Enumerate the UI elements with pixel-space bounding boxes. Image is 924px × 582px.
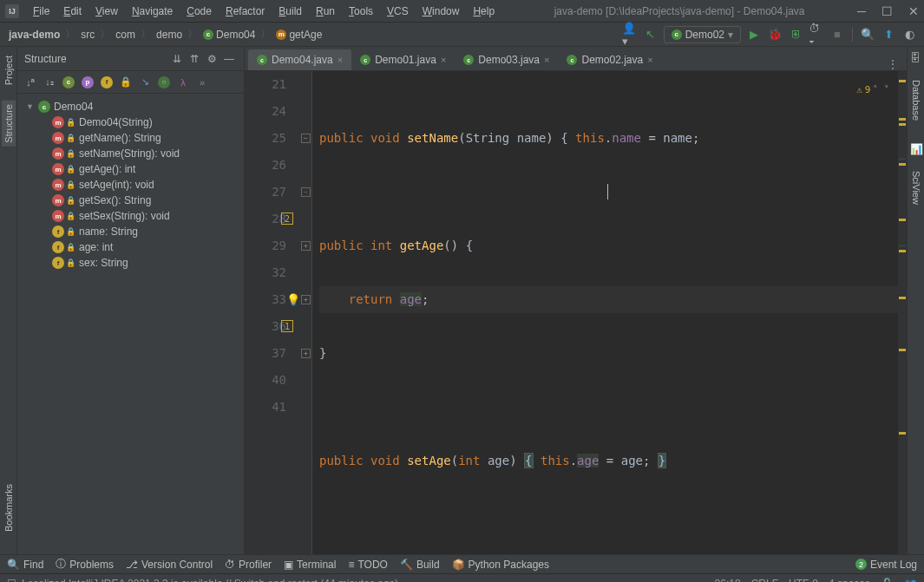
- tree-member[interactable]: m🔒setName(String): void: [21, 146, 240, 161]
- menu-edit[interactable]: Edit: [56, 3, 88, 20]
- close-tab-icon[interactable]: ×: [647, 55, 652, 65]
- tree-member[interactable]: m🔒setSex(String): void: [21, 208, 240, 224]
- sync-icon[interactable]: ⬆: [881, 27, 896, 43]
- stop-icon[interactable]: ■: [829, 27, 845, 43]
- close-icon[interactable]: ✕: [908, 4, 919, 18]
- caret-position[interactable]: 26:18: [715, 578, 741, 583]
- status-icon[interactable]: ☐: [7, 578, 16, 583]
- menu-code[interactable]: Code: [180, 3, 219, 20]
- build-icon[interactable]: ↖: [643, 27, 659, 43]
- readonly-icon[interactable]: 🔓: [881, 578, 894, 583]
- menu-refactor[interactable]: Refactor: [219, 3, 272, 20]
- terminal-tool[interactable]: ▣ Terminal: [284, 559, 336, 571]
- fold-toggle-icon[interactable]: -: [301, 187, 311, 197]
- menu-view[interactable]: View: [88, 3, 125, 20]
- tree-class[interactable]: ▼cDemo04: [21, 99, 240, 114]
- expand-all-icon[interactable]: ⇊: [169, 51, 185, 67]
- crumb-com[interactable]: com: [114, 29, 137, 41]
- tab-project[interactable]: Project: [2, 52, 16, 88]
- hide-icon[interactable]: —: [221, 51, 237, 67]
- menu-navigate[interactable]: Navigate: [125, 3, 180, 20]
- editor-tab[interactable]: cDemo02.java×: [558, 49, 661, 70]
- run-icon[interactable]: ▶: [746, 27, 762, 43]
- event-log[interactable]: 2 Event Log: [855, 559, 917, 571]
- debug-icon[interactable]: 🐞: [767, 27, 783, 43]
- intention-bulb-icon[interactable]: 💡: [286, 286, 300, 313]
- menu-help[interactable]: Help: [466, 3, 501, 20]
- close-tab-icon[interactable]: ×: [441, 55, 446, 65]
- ide-errors-icon[interactable]: ◐: [901, 27, 917, 43]
- line-separator[interactable]: CRLF: [751, 578, 778, 583]
- minimize-icon[interactable]: ─: [857, 4, 866, 18]
- tree-member[interactable]: m🔒getName(): String: [21, 130, 240, 146]
- fold-toggle-icon[interactable]: +: [301, 295, 311, 304]
- tree-member[interactable]: m🔒Demo04(String): [21, 114, 240, 130]
- maximize-icon[interactable]: ☐: [881, 4, 893, 18]
- crumb-src[interactable]: src: [79, 29, 96, 41]
- editor-tab[interactable]: cDemo01.java×: [351, 49, 455, 70]
- vcs-tool[interactable]: ⎇ Version Control: [126, 559, 213, 571]
- todo-tool[interactable]: ≡ TODO: [348, 559, 387, 571]
- tree-member[interactable]: f🔒sex: String: [21, 255, 240, 271]
- filter-field-icon[interactable]: f: [99, 75, 115, 90]
- filter-class-icon[interactable]: c: [61, 75, 76, 90]
- filter-property-icon[interactable]: p: [80, 75, 95, 90]
- find-tool[interactable]: 🔍 Find: [7, 559, 43, 571]
- editor-tab[interactable]: cDemo04.java×: [248, 49, 351, 70]
- tab-database[interactable]: Database: [909, 76, 923, 124]
- run-config-select[interactable]: cDemo02▾: [664, 26, 741, 43]
- sciview-icon[interactable]: 📊: [910, 143, 922, 155]
- close-tab-icon[interactable]: ×: [544, 55, 549, 65]
- sort-visibility-icon[interactable]: ↓₂: [42, 75, 57, 90]
- profile-icon[interactable]: ⏱▾: [809, 27, 824, 43]
- menu-build[interactable]: Build: [272, 3, 309, 20]
- menu-tools[interactable]: Tools: [342, 3, 380, 20]
- usage-annotation[interactable]: 2: [281, 213, 293, 225]
- sort-icon[interactable]: ↓ª: [23, 75, 38, 90]
- crumb-demo[interactable]: demo: [154, 29, 184, 41]
- crumb-project[interactable]: java-demo: [7, 29, 62, 41]
- tree-member[interactable]: f🔒age: int: [21, 239, 240, 255]
- tab-sciview[interactable]: SciView: [909, 167, 923, 208]
- gear-icon[interactable]: ⚙: [204, 51, 220, 67]
- menu-run[interactable]: Run: [309, 3, 342, 20]
- python-packages-tool[interactable]: 📦 Python Packages: [452, 559, 549, 571]
- fold-toggle-icon[interactable]: +: [301, 241, 311, 251]
- tree-member[interactable]: m🔒setAge(int): void: [21, 177, 240, 193]
- filter-interface-icon[interactable]: ↘: [137, 75, 153, 90]
- tree-member[interactable]: m🔒getAge(): int: [21, 161, 240, 177]
- code-content[interactable]: ⚠9 ˄ ˅ public void setName(String name) …: [312, 71, 898, 554]
- fold-toggle-icon[interactable]: −: [301, 134, 311, 143]
- encoding[interactable]: UTF-8: [789, 578, 818, 583]
- error-stripe[interactable]: [898, 71, 907, 554]
- menu-vcs[interactable]: VCS: [380, 3, 416, 20]
- tree-member[interactable]: m🔒getSex(): String: [21, 193, 240, 208]
- search-icon[interactable]: 🔍: [860, 27, 875, 43]
- tab-bookmarks[interactable]: Bookmarks: [2, 481, 16, 535]
- add-config-icon[interactable]: 👤▾: [622, 27, 638, 43]
- more-icon[interactable]: »: [194, 75, 210, 90]
- menu-file[interactable]: File: [26, 3, 56, 20]
- tree-member[interactable]: f🔒name: String: [21, 224, 240, 239]
- filter-lambda-icon[interactable]: λ: [175, 75, 191, 90]
- collapse-all-icon[interactable]: ⇈: [187, 51, 202, 67]
- inspection-indicator[interactable]: ⚠9 ˄ ˅: [856, 76, 889, 103]
- memory-icon[interactable]: 👥: [904, 578, 917, 583]
- editor-tab[interactable]: cDemo03.java×: [455, 49, 558, 70]
- filter-anon-icon[interactable]: ○: [156, 75, 172, 90]
- code-editor[interactable]: 2124252627282932333637404121 −-+++ ⚠9 ˄ …: [245, 71, 907, 554]
- fold-toggle-icon[interactable]: +: [301, 349, 311, 358]
- close-tab-icon[interactable]: ×: [337, 55, 343, 65]
- crumb-method[interactable]: mgetAge: [274, 29, 324, 41]
- build-tool[interactable]: 🔨 Build: [400, 559, 440, 571]
- tab-structure[interactable]: Structure: [2, 101, 16, 147]
- coverage-icon[interactable]: ⛨: [788, 27, 803, 43]
- database-icon[interactable]: 🗄: [910, 52, 922, 64]
- problems-tool[interactable]: ⓘ Problems: [56, 557, 114, 572]
- crumb-class[interactable]: cDemo04: [201, 29, 257, 41]
- tabs-more-icon[interactable]: ⋮: [879, 58, 907, 70]
- usage-annotation[interactable]: 1: [281, 320, 293, 332]
- indent[interactable]: 4 spaces: [829, 578, 870, 583]
- filter-lock-icon[interactable]: 🔒: [118, 75, 134, 90]
- menu-window[interactable]: Window: [416, 3, 467, 20]
